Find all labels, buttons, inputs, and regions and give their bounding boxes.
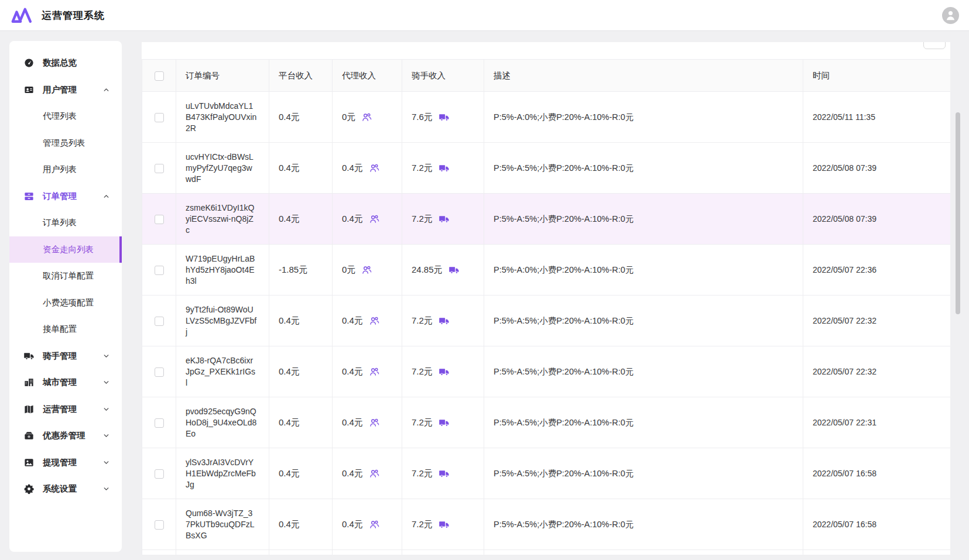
table-row[interactable]: pvod925ecqyG9nQHoD8j_9U4xeOLd8Eo0.4元0.4元… <box>142 397 951 448</box>
sidebar-subitem[interactable]: 取消订单配置 <box>9 263 122 290</box>
rider-income-cell: 7.6元 <box>402 92 484 143</box>
sidebar-subitem-label: 小费选项配置 <box>43 297 94 308</box>
table-row[interactable]: ucvHYICtx-dBWsLmyPyfZyU7qeg3wwdF0.4元0.4元… <box>142 143 951 194</box>
app-logo-icon <box>10 6 35 25</box>
platform-income-cell: 0.4元 <box>269 194 333 245</box>
platform-income-value: 0.4元 <box>279 214 300 225</box>
agent-income-value: 0.4元 <box>342 163 363 174</box>
order-id: Qum68-Wv3jTZ_37PkUTb9cuQDFzLBsXG <box>186 508 257 541</box>
sidebar-subitem[interactable]: 小费选项配置 <box>9 290 122 317</box>
table-toolbar-button[interactable] <box>923 42 946 49</box>
agent-income-cell: 0.4元 <box>333 499 402 550</box>
agent-income-cell: 0.4元 <box>333 143 402 194</box>
sidebar-item[interactable]: 数据总览 <box>9 50 122 77</box>
table-row[interactable]: zsmeK6i1VDyI1kQyiECVsszwi-nQ8jZc0.4元0.4元… <box>142 194 951 245</box>
row-checkbox[interactable] <box>155 164 164 173</box>
platform-income-value: -1.85元 <box>279 264 307 276</box>
row-checkbox-cell <box>142 194 176 245</box>
truck-icon <box>439 214 450 225</box>
row-checkbox[interactable] <box>155 469 164 479</box>
sidebar-item[interactable]: 提现管理 <box>9 449 122 476</box>
sidebar-item[interactable]: 城市管理 <box>9 369 122 396</box>
table-row[interactable]: eKJ8-rQA7cBc6ixrJpGz_PXEKk1rIGsl0.4元0.4元… <box>142 346 951 397</box>
sidebar-item[interactable]: 订单管理 <box>9 183 122 210</box>
agent-income-cell: 0.4元 <box>333 346 402 397</box>
users-group-icon <box>369 417 380 428</box>
platform-income-cell: 0.4元 <box>269 92 333 143</box>
sidebar-subitem[interactable]: 资金走向列表 <box>9 236 122 263</box>
sidebar-item[interactable]: 用户管理 <box>9 77 122 104</box>
truck-icon <box>448 264 460 276</box>
order-id: eKJ8-rQA7cBc6ixrJpGz_PXEKk1rIGsl <box>186 355 257 389</box>
time-cell: 2022/05/08 07:39 <box>803 194 951 245</box>
order-id-cell: 9yTt2fui-Ot89WoULVzS5cMBgJZVFbfj <box>176 296 269 346</box>
truck-icon <box>439 315 450 327</box>
sidebar-subitem[interactable]: 接单配置 <box>9 316 122 343</box>
agent-income-value: 0.4元 <box>342 417 363 428</box>
sidebar-item[interactable]: 优惠券管理 <box>9 422 122 449</box>
rider-management-icon <box>23 351 35 362</box>
row-checkbox[interactable] <box>155 113 164 122</box>
sidebar-subitem[interactable]: 用户列表 <box>9 156 122 183</box>
sidebar-item[interactable]: 运营管理 <box>9 396 122 423</box>
order-id: ylSv3JrAI3VcDVrYH1EbWdpZrcMeFbJg <box>186 457 257 490</box>
truck-icon <box>439 468 450 479</box>
order-id-cell: eKJ8-rQA7cBc6ixrJpGz_PXEKk1rIGsl <box>176 346 269 397</box>
sidebar-subitem[interactable]: 管理员列表 <box>9 130 122 157</box>
sidebar-item-label: 用户管理 <box>43 84 77 95</box>
select-all-checkbox[interactable] <box>155 71 164 81</box>
sidebar-item-label: 城市管理 <box>43 377 77 388</box>
agent-income-cell: 0.4元 <box>333 448 402 499</box>
rider-income-cell: 7.2元 <box>402 346 484 397</box>
row-checkbox[interactable] <box>155 367 164 377</box>
description-cell: P:5%-A:5%;小费P:20%-A:10%-R:0元 <box>484 346 803 397</box>
description-cell: P:5%-A:5%;小费P:20%-A:10%-R:0元 <box>484 448 803 499</box>
row-checkbox[interactable] <box>155 418 164 428</box>
agent-income-cell: 0.4元 <box>333 194 402 245</box>
sidebar-item[interactable]: 系统设置 <box>9 476 122 503</box>
users-group-icon <box>369 214 380 225</box>
row-checkbox[interactable] <box>155 317 164 326</box>
table-row[interactable]: ylSv3JrAI3VcDVrYH1EbWdpZrcMeFbJg0.4元0.4元… <box>142 448 951 499</box>
time-cell: 2022/05/08 07:39 <box>803 143 951 194</box>
user-avatar[interactable] <box>942 7 959 24</box>
rider-income-value: 7.2元 <box>412 417 433 428</box>
agent-income-value: 0元 <box>342 112 355 123</box>
agent-income-value: 0元 <box>342 264 355 276</box>
order-id-cell: ucvHYICtx-dBWsLmyPyfZyU7qeg3wwdF <box>176 143 269 194</box>
row-checkbox[interactable] <box>155 520 164 530</box>
truck-icon <box>439 366 450 377</box>
order-id-cell: zsmeK6i1VDyI1kQyiECVsszwi-nQ8jZc <box>176 194 269 245</box>
chevron-down-icon <box>102 459 110 466</box>
row-checkbox-cell <box>142 245 176 296</box>
funds-flow-table: 订单编号平台收入代理收入骑手收入描述时间 uLvTUvbMdcaYL1B473K… <box>142 59 950 555</box>
row-checkbox[interactable] <box>155 266 164 275</box>
table-row[interactable]: 9yTt2fui-Ot89WoULVzS5cMBgJZVFbfj0.4元0.4元… <box>142 296 951 346</box>
agent-income-cell: 0.4元 <box>333 296 402 346</box>
platform-income-value: 0.4元 <box>279 112 300 123</box>
column-header: 代理收入 <box>333 60 402 92</box>
rider-income-value: 7.6元 <box>412 112 433 123</box>
users-group-icon <box>369 315 380 327</box>
order-id-cell: ylSv3JrAI3VcDVrYH1EbWdpZrcMeFbJg <box>176 448 269 499</box>
description-cell: P:5%-A:5%;小费P:20%-A:10%-R:0元 <box>484 499 803 550</box>
sidebar-subitem[interactable]: 订单列表 <box>9 209 122 236</box>
operations-management-icon <box>23 404 35 415</box>
order-id-cell: uLvTUvbMdcaYL1B473KfPalyOUVxin2R <box>176 92 269 143</box>
vertical-scrollbar-thumb[interactable] <box>956 112 960 314</box>
table-row[interactable]: Qum68-Wv3jTZ_37PkUTb9cuQDFzLBsXG0.4元0.4元… <box>142 499 951 550</box>
agent-income-value: 0.4元 <box>342 214 363 225</box>
sidebar-item[interactable]: 骑手管理 <box>9 343 122 370</box>
chevron-up-icon <box>102 193 110 200</box>
platform-income-cell: 0.4元 <box>269 346 333 397</box>
table-row[interactable]: uLvTUvbMdcaYL1B473KfPalyOUVxin2R0.4元0元7.… <box>142 92 951 143</box>
agent-income-cell: 0元 <box>333 245 402 296</box>
table-row[interactable]: W719pEUgyHrLaBhYd5zHY8jaoOt4Eh3l-1.85元0元… <box>142 245 951 296</box>
agent-income-cell: 0.4元 <box>333 397 402 448</box>
sidebar-subitem-label: 代理列表 <box>43 111 77 122</box>
sidebar-subitem-label: 用户列表 <box>43 164 77 175</box>
withdrawal-management-icon <box>23 457 35 468</box>
row-checkbox[interactable] <box>155 215 164 224</box>
chevron-down-icon <box>102 352 110 360</box>
sidebar-subitem[interactable]: 代理列表 <box>9 103 122 130</box>
